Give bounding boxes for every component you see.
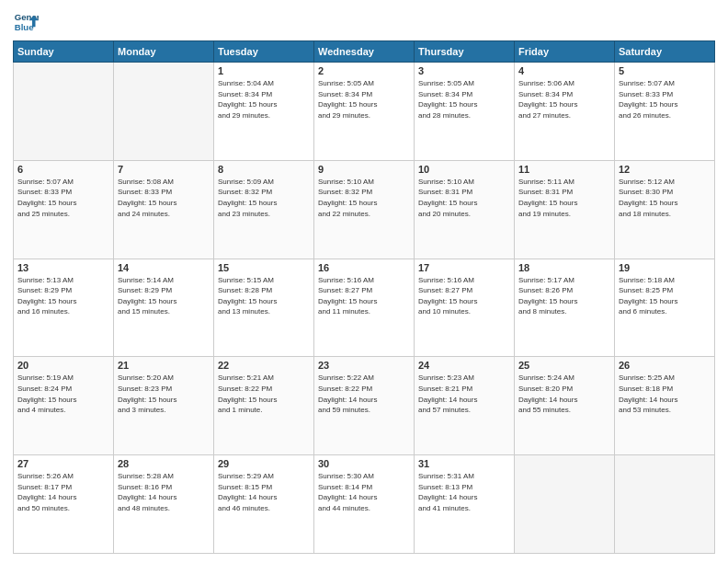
day-info: Sunrise: 5:07 AM Sunset: 8:33 PM Dayligh… — [619, 78, 711, 121]
day-info: Sunrise: 5:10 AM Sunset: 8:31 PM Dayligh… — [418, 177, 510, 219]
calendar-cell: 26Sunrise: 5:25 AM Sunset: 8:18 PM Dayli… — [615, 357, 715, 455]
calendar-cell — [515, 455, 615, 554]
day-number: 18 — [518, 262, 610, 273]
calendar-page: General Blue SundayMondayTuesdayWednesda… — [0, 0, 728, 563]
weekday-header-friday: Friday — [515, 41, 615, 63]
day-number: 15 — [218, 262, 310, 273]
day-info: Sunrise: 5:06 AM Sunset: 8:34 PM Dayligh… — [518, 78, 610, 121]
day-info: Sunrise: 5:09 AM Sunset: 8:32 PM Dayligh… — [218, 177, 310, 219]
calendar-cell: 17Sunrise: 5:16 AM Sunset: 8:27 PM Dayli… — [415, 259, 515, 357]
calendar-cell: 13Sunrise: 5:13 AM Sunset: 8:29 PM Dayli… — [14, 259, 114, 357]
day-number: 20 — [17, 360, 109, 371]
logo-icon: General Blue — [13, 9, 39, 35]
day-info: Sunrise: 5:11 AM Sunset: 8:31 PM Dayligh… — [518, 177, 610, 219]
svg-text:Blue: Blue — [15, 22, 34, 32]
day-number: 4 — [518, 65, 610, 76]
day-number: 30 — [318, 458, 410, 469]
day-info: Sunrise: 5:20 AM Sunset: 8:23 PM Dayligh… — [118, 373, 210, 415]
day-number: 8 — [218, 164, 310, 175]
day-number: 28 — [118, 458, 210, 469]
week-row-1: 1Sunrise: 5:04 AM Sunset: 8:34 PM Daylig… — [14, 63, 715, 161]
day-number: 29 — [218, 458, 310, 469]
calendar-cell: 15Sunrise: 5:15 AM Sunset: 8:28 PM Dayli… — [214, 259, 314, 357]
header: General Blue — [13, 9, 715, 35]
calendar-cell: 31Sunrise: 5:31 AM Sunset: 8:13 PM Dayli… — [415, 455, 515, 554]
weekday-header-row: SundayMondayTuesdayWednesdayThursdayFrid… — [14, 41, 715, 63]
day-number: 1 — [218, 65, 310, 76]
week-row-3: 13Sunrise: 5:13 AM Sunset: 8:29 PM Dayli… — [14, 259, 715, 357]
day-number: 5 — [619, 65, 711, 76]
calendar-cell: 29Sunrise: 5:29 AM Sunset: 8:15 PM Dayli… — [214, 455, 314, 554]
day-info: Sunrise: 5:16 AM Sunset: 8:27 PM Dayligh… — [418, 275, 510, 317]
calendar-cell: 21Sunrise: 5:20 AM Sunset: 8:23 PM Dayli… — [114, 357, 214, 455]
day-info: Sunrise: 5:08 AM Sunset: 8:33 PM Dayligh… — [118, 177, 210, 219]
day-number: 6 — [17, 164, 109, 175]
day-info: Sunrise: 5:24 AM Sunset: 8:20 PM Dayligh… — [518, 373, 610, 415]
day-number: 11 — [518, 164, 610, 175]
day-number: 22 — [218, 360, 310, 371]
calendar-cell: 8Sunrise: 5:09 AM Sunset: 8:32 PM Daylig… — [214, 160, 314, 259]
day-number: 24 — [418, 360, 510, 371]
calendar-cell: 7Sunrise: 5:08 AM Sunset: 8:33 PM Daylig… — [114, 160, 214, 259]
calendar-cell: 19Sunrise: 5:18 AM Sunset: 8:25 PM Dayli… — [615, 259, 715, 357]
calendar-cell: 30Sunrise: 5:30 AM Sunset: 8:14 PM Dayli… — [314, 455, 415, 554]
calendar-cell: 3Sunrise: 5:05 AM Sunset: 8:34 PM Daylig… — [415, 63, 515, 161]
day-info: Sunrise: 5:14 AM Sunset: 8:29 PM Dayligh… — [118, 275, 210, 317]
day-info: Sunrise: 5:15 AM Sunset: 8:28 PM Dayligh… — [218, 275, 310, 317]
calendar-cell: 18Sunrise: 5:17 AM Sunset: 8:26 PM Dayli… — [515, 259, 615, 357]
day-number: 19 — [619, 262, 711, 273]
day-number: 21 — [118, 360, 210, 371]
day-info: Sunrise: 5:26 AM Sunset: 8:17 PM Dayligh… — [17, 471, 109, 513]
day-info: Sunrise: 5:19 AM Sunset: 8:24 PM Dayligh… — [17, 373, 109, 415]
day-number: 9 — [318, 164, 410, 175]
calendar-cell: 28Sunrise: 5:28 AM Sunset: 8:16 PM Dayli… — [114, 455, 214, 554]
calendar-cell: 6Sunrise: 5:07 AM Sunset: 8:33 PM Daylig… — [14, 160, 114, 259]
day-number: 27 — [17, 458, 109, 469]
calendar-cell: 27Sunrise: 5:26 AM Sunset: 8:17 PM Dayli… — [14, 455, 114, 554]
day-info: Sunrise: 5:31 AM Sunset: 8:13 PM Dayligh… — [418, 471, 510, 513]
day-number: 14 — [118, 262, 210, 273]
logo: General Blue — [13, 9, 39, 35]
day-info: Sunrise: 5:17 AM Sunset: 8:26 PM Dayligh… — [518, 275, 610, 317]
day-info: Sunrise: 5:04 AM Sunset: 8:34 PM Dayligh… — [218, 78, 310, 121]
day-info: Sunrise: 5:23 AM Sunset: 8:21 PM Dayligh… — [418, 373, 510, 415]
day-number: 25 — [518, 360, 610, 371]
calendar-cell: 24Sunrise: 5:23 AM Sunset: 8:21 PM Dayli… — [415, 357, 515, 455]
day-number: 26 — [619, 360, 711, 371]
calendar-cell — [615, 455, 715, 554]
day-info: Sunrise: 5:29 AM Sunset: 8:15 PM Dayligh… — [218, 471, 310, 513]
week-row-4: 20Sunrise: 5:19 AM Sunset: 8:24 PM Dayli… — [14, 357, 715, 455]
day-number: 12 — [619, 164, 711, 175]
weekday-header-tuesday: Tuesday — [214, 41, 314, 63]
day-number: 3 — [418, 65, 510, 76]
day-number: 31 — [418, 458, 510, 469]
week-row-2: 6Sunrise: 5:07 AM Sunset: 8:33 PM Daylig… — [14, 160, 715, 259]
day-info: Sunrise: 5:25 AM Sunset: 8:18 PM Dayligh… — [619, 373, 711, 415]
calendar-cell — [14, 63, 114, 161]
calendar-cell: 22Sunrise: 5:21 AM Sunset: 8:22 PM Dayli… — [214, 357, 314, 455]
week-row-5: 27Sunrise: 5:26 AM Sunset: 8:17 PM Dayli… — [14, 455, 715, 554]
calendar-cell: 9Sunrise: 5:10 AM Sunset: 8:32 PM Daylig… — [314, 160, 415, 259]
calendar-cell: 16Sunrise: 5:16 AM Sunset: 8:27 PM Dayli… — [314, 259, 415, 357]
calendar-cell: 25Sunrise: 5:24 AM Sunset: 8:20 PM Dayli… — [515, 357, 615, 455]
day-number: 16 — [318, 262, 410, 273]
day-info: Sunrise: 5:16 AM Sunset: 8:27 PM Dayligh… — [318, 275, 410, 317]
day-info: Sunrise: 5:10 AM Sunset: 8:32 PM Dayligh… — [318, 177, 410, 219]
weekday-header-saturday: Saturday — [615, 41, 715, 63]
day-number: 17 — [418, 262, 510, 273]
calendar-table: SundayMondayTuesdayWednesdayThursdayFrid… — [13, 40, 715, 554]
calendar-cell: 12Sunrise: 5:12 AM Sunset: 8:30 PM Dayli… — [615, 160, 715, 259]
day-number: 2 — [318, 65, 410, 76]
day-number: 23 — [318, 360, 410, 371]
day-number: 13 — [17, 262, 109, 273]
day-info: Sunrise: 5:22 AM Sunset: 8:22 PM Dayligh… — [318, 373, 410, 415]
weekday-header-monday: Monday — [114, 41, 214, 63]
day-info: Sunrise: 5:13 AM Sunset: 8:29 PM Dayligh… — [17, 275, 109, 317]
calendar-cell: 20Sunrise: 5:19 AM Sunset: 8:24 PM Dayli… — [14, 357, 114, 455]
calendar-cell: 4Sunrise: 5:06 AM Sunset: 8:34 PM Daylig… — [515, 63, 615, 161]
day-info: Sunrise: 5:30 AM Sunset: 8:14 PM Dayligh… — [318, 471, 410, 513]
day-number: 10 — [418, 164, 510, 175]
weekday-header-thursday: Thursday — [415, 41, 515, 63]
day-info: Sunrise: 5:12 AM Sunset: 8:30 PM Dayligh… — [619, 177, 711, 219]
day-info: Sunrise: 5:05 AM Sunset: 8:34 PM Dayligh… — [418, 78, 510, 121]
